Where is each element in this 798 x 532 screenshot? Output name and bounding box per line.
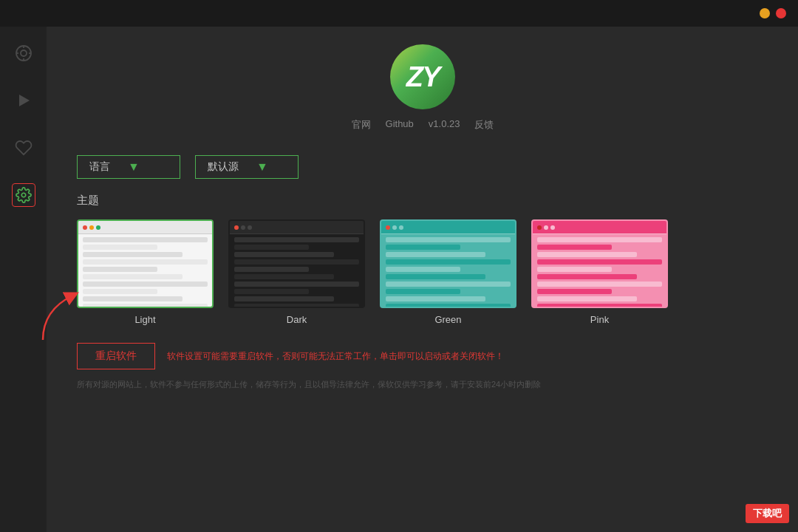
theme-card-dark[interactable]: Dark	[228, 219, 365, 325]
theme-name-pink: Pink	[590, 314, 609, 325]
sidebar-item-play[interactable]	[12, 89, 35, 112]
source-dropdown[interactable]: 默认源 ▼	[195, 155, 299, 179]
app-logo: ZY	[390, 44, 455, 109]
sidebar-item-favorites[interactable]	[12, 136, 35, 160]
restart-notice: 软件设置可能需要重启软件，否则可能无法正常工作，单击即可以启动或者关闭软件！	[167, 349, 504, 363]
theme-name-dark: Dark	[287, 314, 307, 325]
svg-point-7	[21, 193, 26, 197]
theme-card-pink[interactable]: Pink	[531, 219, 668, 325]
restart-row: 重启软件 软件设置可能需要重启软件，否则可能无法正常工作，单击即可以启动或者关闭…	[77, 343, 768, 369]
theme-preview-green	[380, 219, 516, 308]
settings-section: 语言 ▼ 默认源 ▼ 主题	[77, 155, 768, 392]
nav-link-github[interactable]: Github	[386, 118, 414, 132]
theme-card-light[interactable]: Light	[77, 219, 214, 325]
content-area: ZY 官网 Github v1.0.23 反馈 语言 ▼	[47, 27, 798, 532]
theme-card-green[interactable]: Green	[380, 219, 516, 325]
theme-section-label: 主题	[77, 194, 768, 208]
close-button[interactable]	[776, 8, 786, 18]
source-chevron-icon: ▼	[256, 160, 268, 174]
theme-name-green: Green	[434, 314, 461, 325]
source-label: 默认源	[208, 160, 239, 174]
restart-button[interactable]: 重启软件	[77, 343, 155, 369]
theme-preview-dark	[228, 219, 365, 308]
svg-marker-6	[19, 95, 30, 106]
sidebar-item-download[interactable]	[12, 41, 35, 65]
dropdowns-row: 语言 ▼ 默认源 ▼	[77, 155, 768, 179]
language-label: 语言	[89, 160, 110, 174]
logo-section: ZY 官网 Github v1.0.23 反馈	[352, 44, 494, 132]
nav-link-version: v1.0.23	[429, 118, 460, 132]
theme-preview-pink	[531, 219, 668, 308]
watermark-text: 下载吧	[753, 508, 782, 519]
title-bar	[0, 0, 798, 27]
nav-links: 官网 Github v1.0.23 反馈	[352, 118, 494, 132]
disclaimer: 所有对源的网站上，软件不参与任何形式的上传，储存等行为，且以倡导法律允许，保软仅…	[77, 378, 768, 392]
svg-point-1	[21, 50, 27, 56]
sidebar	[0, 27, 47, 532]
watermark: 下载吧	[746, 504, 789, 523]
language-dropdown-wrapper: 语言 ▼	[77, 155, 180, 179]
logo-text: ZY	[406, 61, 440, 93]
language-chevron-icon: ▼	[128, 160, 140, 174]
nav-link-feedback[interactable]: 反馈	[474, 118, 494, 132]
source-dropdown-wrapper: 默认源 ▼	[195, 155, 299, 179]
sidebar-item-settings[interactable]	[12, 183, 35, 207]
theme-preview-light	[77, 219, 214, 308]
theme-name-light: Light	[134, 314, 155, 325]
main-container: ZY 官网 Github v1.0.23 反馈 语言 ▼	[0, 27, 798, 532]
themes-grid: Light	[77, 219, 768, 325]
language-dropdown[interactable]: 语言 ▼	[77, 155, 180, 179]
minimize-button[interactable]	[760, 8, 770, 18]
nav-link-official[interactable]: 官网	[352, 118, 371, 132]
